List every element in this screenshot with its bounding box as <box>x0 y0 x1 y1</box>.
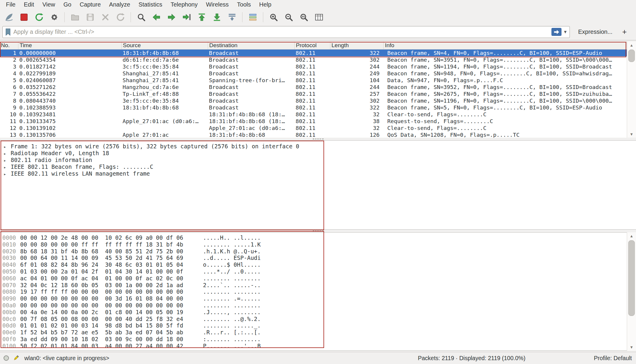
start-capture-button[interactable] <box>1 10 16 24</box>
packet-row[interactable]: 13 0.130135706 Apple_27:01:ac 18:31:bf:4… <box>0 131 627 138</box>
filter-apply-button[interactable] <box>551 28 562 36</box>
detail-row[interactable]: ▸IEEE 802.11 wireless LAN management fra… <box>0 170 636 177</box>
hex-row[interactable]: 001000 00 80 00 00 00 ff ff ff ff ff ff … <box>0 241 627 248</box>
resize-columns-button[interactable] <box>311 10 326 24</box>
column-header-no[interactable]: No. <box>0 42 18 49</box>
go-to-bottom-button[interactable] <box>209 10 224 24</box>
display-filter-box[interactable]: ▾ <box>2 26 570 38</box>
detail-row[interactable]: ▸Radiotap Header v0, Length 18 <box>0 150 636 157</box>
expand-arrow-icon[interactable]: ▸ <box>4 150 11 157</box>
profile-button[interactable]: Profile: Default <box>594 355 632 362</box>
expert-info-button[interactable] <box>3 355 9 361</box>
capture-options-button[interactable] <box>47 10 62 24</box>
pane-splitter[interactable] <box>0 230 636 232</box>
packet-time: 0.130139102 <box>18 125 122 131</box>
scroll-up-icon[interactable]: ▲ <box>627 232 636 239</box>
add-filter-button[interactable]: + <box>619 27 629 36</box>
packet-row[interactable]: 3 0.011827142 3c:f5:cc:0e:35:84 Broadcas… <box>0 63 627 70</box>
hex-row[interactable]: 000000 00 12 00 2e 48 00 00 10 02 6c 09 … <box>0 234 627 241</box>
hex-ascii: .h.1.K.h @..Q-u+. <box>203 248 261 255</box>
go-to-packet-button[interactable] <box>179 10 194 24</box>
menu-item[interactable]: Capture <box>75 1 105 9</box>
packet-row[interactable]: 8 0.080443740 3e:f5:cc:0e:35:84 Broadcas… <box>0 97 627 104</box>
packet-row[interactable]: 12 0.130139102 Apple_27:01:ac (d0:a6:… 8… <box>0 125 627 131</box>
scroll-down-icon[interactable]: ▼ <box>627 131 636 138</box>
packet-row[interactable]: 5 0.024060087 Shanghai_27:85:41 Spanning… <box>0 77 627 84</box>
capture-comment-button[interactable] <box>12 355 20 362</box>
hex-row[interactable]: 00e01f 52 b4 b5 b7 72 ae e5 5b ab 3a ed … <box>0 329 627 336</box>
menu-item[interactable]: Analyze <box>105 1 134 9</box>
packet-row[interactable]: 10 0.103923481 18:31:bf:4b:8b:68 (18:… 8… <box>0 111 627 118</box>
hex-row[interactable]: 00406f 01 08 82 84 8b 96 24 30 48 6c 03 … <box>0 261 627 268</box>
hex-row[interactable]: 008019 17 ff ff ff 00 00 00 00 00 00 00 … <box>0 288 627 295</box>
zoom-out-button[interactable] <box>281 10 296 24</box>
column-header-source[interactable]: Source <box>122 42 208 49</box>
expression-button[interactable]: Expression... <box>578 28 613 35</box>
menu-item[interactable]: Wireless <box>202 1 233 9</box>
zoom-reset-button[interactable] <box>296 10 311 24</box>
detail-row[interactable]: ▸802.11 radio information <box>0 157 636 163</box>
menu-item[interactable]: View <box>38 1 59 9</box>
packet-row[interactable]: 1 0.000000000 18:31:bf:4b:8b:68 Broadcas… <box>0 50 627 56</box>
hex-row[interactable]: 010050 f2 02 01 01 84 00 03 a4 00 00 27 … <box>0 343 627 349</box>
goto-arrow-icon <box>182 12 192 22</box>
hex-row[interactable]: 00a000 00 00 00 00 00 00 00 00 00 00 00 … <box>0 302 627 309</box>
scroll-down-icon[interactable]: ▼ <box>627 344 636 351</box>
packet-row[interactable]: 6 0.035271262 Hangzhou_cd:7a:6e Broadcas… <box>0 84 627 90</box>
detail-row[interactable]: ▸IEEE 802.11 Beacon frame, Flags: ......… <box>0 163 636 170</box>
stop-capture-button[interactable] <box>16 10 31 24</box>
scrollbar-thumb[interactable] <box>628 50 635 62</box>
scrollbar-thumb[interactable] <box>628 240 635 316</box>
hex-row[interactable]: 0060ac 04 01 00 00 0f ac 04 01 00 00 0f … <box>0 275 627 282</box>
packet-row[interactable]: 11 0.130133475 Apple_27:01:ac (d0:a6:… 1… <box>0 118 627 125</box>
packet-length: 257 <box>330 90 384 97</box>
packet-row[interactable]: 7 0.055536422 Tp-LinkT_ef:48:88 Broadcas… <box>0 90 627 97</box>
packet-row[interactable]: 2 0.002654354 d6:61:fe:cd:7a:6e Broadcas… <box>0 56 627 63</box>
menu-item[interactable]: Tools <box>233 1 255 9</box>
display-filter-input[interactable] <box>13 28 551 35</box>
expand-arrow-icon[interactable]: ▸ <box>4 144 11 150</box>
hex-row[interactable]: 00208b 68 18 31 bf 4b 8b 68 40 00 85 51 … <box>0 248 627 255</box>
pane-splitter[interactable] <box>0 138 636 140</box>
auto-scroll-button[interactable] <box>224 10 240 24</box>
column-header-info[interactable]: Info <box>384 42 627 49</box>
hex-scrollbar[interactable]: ▲ ▼ <box>627 232 636 351</box>
go-back-button[interactable] <box>149 10 164 24</box>
expand-arrow-icon[interactable]: ▸ <box>4 164 11 171</box>
go-forward-button[interactable] <box>164 10 179 24</box>
menu-item[interactable]: Statistics <box>134 1 166 9</box>
hex-row[interactable]: 00c000 7f 08 05 00 08 00 00 00 00 40 dd … <box>0 316 627 322</box>
hex-row[interactable]: 00f03a ed dd 09 00 10 18 02 03 00 9c 00 … <box>0 336 627 343</box>
expert-info-dot-icon <box>3 355 9 361</box>
menu-item[interactable]: Help <box>255 1 275 9</box>
menu-item[interactable]: File <box>2 1 20 9</box>
packet-row[interactable]: 4 0.022799189 Shanghai_27:85:41 Broadcas… <box>0 70 627 77</box>
restart-capture-button[interactable] <box>31 10 47 24</box>
hex-row[interactable]: 007032 04 0c 12 18 60 0b 05 03 00 1a 00 … <box>0 282 627 289</box>
column-header-destination[interactable]: Destination <box>208 42 295 49</box>
hex-row[interactable]: 009000 00 00 00 00 00 00 00 00 3d 16 01 … <box>0 295 627 302</box>
scroll-up-icon[interactable]: ▲ <box>627 42 636 49</box>
packet-row[interactable]: 9 0.102388593 18:31:bf:4b:8b:68 Broadcas… <box>0 104 627 111</box>
column-header-length[interactable]: Length <box>330 42 384 49</box>
expand-arrow-icon[interactable]: ▸ <box>4 171 11 178</box>
expand-arrow-icon[interactable]: ▸ <box>4 157 11 164</box>
find-packet-button[interactable] <box>134 10 149 24</box>
packet-info: Beacon frame, SN=1196, FN=0, Flags=.....… <box>384 97 627 104</box>
colorize-button[interactable] <box>245 10 260 24</box>
menu-item[interactable]: Telephony <box>166 1 202 9</box>
hex-row[interactable]: 005001 03 00 00 2a 01 04 2f 01 04 30 14 … <box>0 268 627 275</box>
column-header-time[interactable]: Time <box>18 42 122 49</box>
hex-row[interactable]: 00d001 01 01 02 01 00 03 14 98 d8 bd b4 … <box>0 322 627 329</box>
menu-item[interactable]: Edit <box>20 1 38 9</box>
hex-row[interactable]: 00b000 4a 0e 14 00 0a 00 2c 01 c8 00 14 … <box>0 309 627 316</box>
filter-bookmark-icon[interactable] <box>5 28 11 36</box>
hex-row[interactable]: 003000 00 64 00 11 14 00 09 45 53 50 2d … <box>0 255 627 261</box>
detail-row[interactable]: ▸Frame 1: 322 bytes on wire (2576 bits),… <box>0 143 636 150</box>
column-header-protocol[interactable]: Protocol <box>295 42 330 49</box>
packet-list-scrollbar[interactable]: ▲ ▼ <box>627 42 636 138</box>
menu-item[interactable]: Go <box>59 1 76 9</box>
filter-dropdown-icon[interactable]: ▾ <box>562 29 568 35</box>
zoom-in-button[interactable] <box>266 10 281 24</box>
go-to-top-button[interactable] <box>194 10 209 24</box>
